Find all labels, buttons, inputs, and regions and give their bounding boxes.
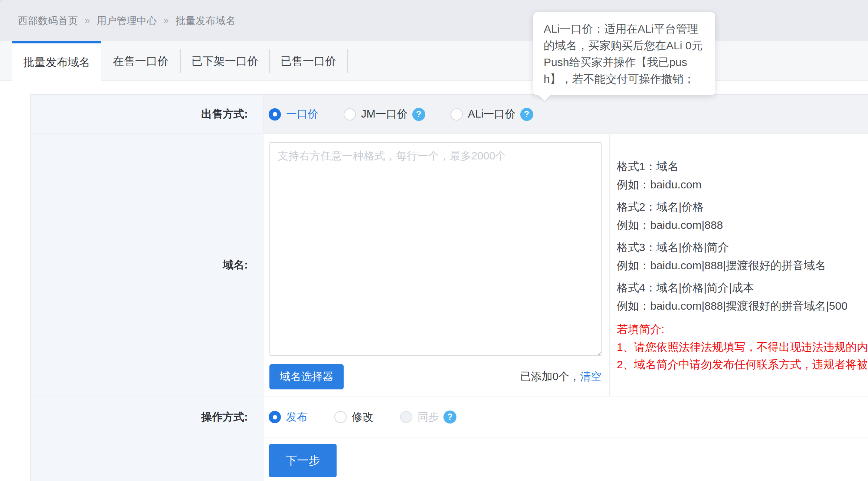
tab-off-shelf[interactable]: 已下架一口价 [181,49,270,73]
format-title: 格式1：域名 [617,157,868,175]
warning-title: 若填简介: [617,320,868,338]
tab-strip: 批量发布域名 在售一口价 已下架一口价 已售一口价 [0,41,868,81]
batch-publish-form: 出售方式: 一口价 JM一口价 ? ALi一口价 ? [30,94,868,481]
warning-line-2: 2、域名简介中请勿发布任何联系方式，违规者将被 [617,356,868,373]
radio-unchecked-icon[interactable] [451,108,463,121]
format-title: 格式4：域名|价格|简介|成本 [617,279,868,297]
radio-option-ali-fixed-price[interactable]: ALi一口价 ? [451,107,533,122]
breadcrumb-current-page: 批量发布域名 [176,14,236,27]
format-title: 格式3：域名|价格|简介 [617,238,868,256]
sell-mode-label: 出售方式: [31,95,263,134]
format-2: 格式2：域名|价格 例如：baidu.com|888 [617,198,868,234]
format-help-panel: 格式1：域名 例如：baidu.com 格式2：域名|价格 例如：baidu.c… [609,134,868,396]
clear-link[interactable]: 清空 [580,369,602,384]
tooltip-arrow-icon [538,95,550,101]
radio-option-modify[interactable]: 修改 [334,410,373,425]
radio-unchecked-icon[interactable] [334,411,347,423]
radio-unchecked-icon[interactable] [344,108,356,121]
format-title: 格式2：域名|价格 [617,198,868,216]
radio-option-publish[interactable]: 发布 [269,410,308,425]
warning-line-1: 1、请您依照法律法规填写，不得出现违法违规的内 [617,338,868,356]
breadcrumb-separator-icon: » [163,15,168,26]
radio-label: 发布 [286,410,308,425]
page: 西部数码首页 » 用户管理中心 » 批量发布域名 批量发布域名 在售一口价 已下… [0,0,868,481]
next-step-button[interactable]: 下一步 [269,444,337,477]
radio-label: 一口价 [286,107,318,122]
format-example: 例如：baidu.com|888|摆渡很好的拼音域名|500 [617,297,868,315]
help-icon[interactable]: ? [412,108,425,121]
sell-mode-row: 出售方式: 一口价 JM一口价 ? ALi一口价 ? [31,95,868,134]
action-mode-label: 操作方式: [31,396,263,438]
breadcrumb-bar: 西部数码首页 » 用户管理中心 » 批量发布域名 [0,0,868,41]
help-icon[interactable]: ? [443,411,456,424]
format-example: 例如：baidu.com|888|摆渡很好的拼音域名 [617,256,868,274]
breadcrumb-home-link[interactable]: 西部数码首页 [18,14,78,27]
radio-checked-icon[interactable] [269,108,281,121]
submit-content: 下一步 [263,438,868,481]
sell-mode-options: 一口价 JM一口价 ? ALi一口价 ? [263,95,868,134]
domains-label: 域名: [31,134,263,396]
added-count-text: 已添加0个， [520,369,580,384]
domains-textarea[interactable] [269,142,602,356]
format-example: 例如：baidu.com|888 [617,216,868,234]
radio-label: JM一口价 [361,107,408,122]
domains-row: 域名: 域名选择器 已添加0个， 清空 格式1：域名 例如：ba [31,134,868,396]
format-4: 格式4：域名|价格|简介|成本 例如：baidu.com|888|摆渡很好的拼音… [617,279,868,315]
breadcrumb-user-center-link[interactable]: 用户管理中心 [96,14,157,27]
radio-disabled-icon [400,411,412,423]
radio-label: 修改 [352,410,373,425]
domain-selector-button[interactable]: 域名选择器 [269,364,344,389]
tooltip-text: ALi一口价：适用在ALi平台管理的域名，买家购买后您在ALi 0元Push给买… [544,20,705,87]
format-1: 格式1：域名 例如：baidu.com [617,157,868,194]
help-icon-ali[interactable]: ? [520,108,533,121]
tab-on-sale[interactable]: 在售一口价 [101,49,181,73]
action-mode-options: 发布 修改 同步 ? [263,396,868,438]
tab-sold[interactable]: 已售一口价 [270,49,348,73]
radio-option-jm-fixed-price[interactable]: JM一口价 ? [344,107,425,122]
breadcrumb: 西部数码首页 » 用户管理中心 » 批量发布域名 [18,0,236,41]
submit-row-label-spacer [31,438,263,481]
format-example: 例如：baidu.com [617,175,868,194]
breadcrumb-separator-icon: » [85,15,90,26]
action-mode-row: 操作方式: 发布 修改 同步 ? [31,396,868,438]
ali-help-tooltip: ALi一口价：适用在ALi平台管理的域名，买家购买后您在ALi 0元Push给买… [533,12,715,95]
radio-label: 同步 [417,410,439,425]
format-3: 格式3：域名|价格|简介 例如：baidu.com|888|摆渡很好的拼音域名 [617,238,868,274]
tab-batch-publish[interactable]: 批量发布域名 [12,41,101,81]
domains-content: 域名选择器 已添加0个， 清空 格式1：域名 例如：baidu.com 格式2：… [263,134,868,396]
domain-input-area: 域名选择器 已添加0个， 清空 [263,134,609,396]
radio-label: ALi一口价 [468,107,516,122]
radio-option-sync: 同步 ? [400,410,456,425]
radio-checked-icon[interactable] [269,411,281,423]
submit-row: 下一步 [31,438,868,481]
radio-option-fixed-price[interactable]: 一口价 [269,107,318,122]
